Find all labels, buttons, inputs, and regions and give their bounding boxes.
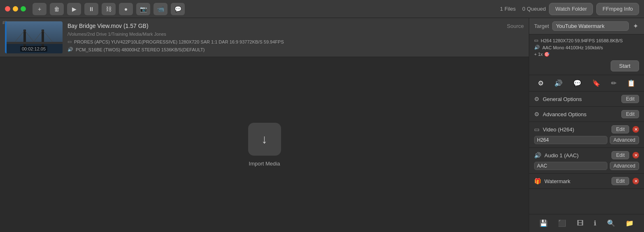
tab-preview[interactable]: 📋: [625, 78, 638, 89]
audio-tab-icon: 🔊: [554, 80, 563, 87]
audio-remove-button[interactable]: ✕: [632, 152, 639, 158]
watch-folder-button[interactable]: Watch Folder: [549, 3, 593, 15]
start-button[interactable]: Start: [611, 60, 639, 71]
videocam-button[interactable]: 📷: [136, 3, 150, 15]
search-icon: 🔍: [607, 220, 615, 227]
drop-icon-box: ↓: [248, 123, 281, 156]
audio-settings-row: 🔊 Audio 1 (AAC) Edit ✕ AAC Advanced: [529, 148, 644, 174]
terminal-button[interactable]: ⬛: [556, 218, 569, 229]
video-edit-button[interactable]: Edit: [611, 125, 629, 133]
file-info: Bay Bridge View.mov (1.57 GB) /Volumes/2…: [67, 23, 502, 52]
tab-audio[interactable]: 🔊: [552, 78, 565, 89]
advanced-options-row: ⚙ Advanced Options Edit: [529, 107, 644, 122]
target-bar: Target YouTube Watermark ✦: [529, 18, 644, 34]
audio-settings-title: Audio 1 (AAC): [544, 152, 608, 158]
watermark-label: Watermark: [544, 178, 608, 184]
svg-rect-8: [5, 42, 63, 44]
add-file-button[interactable]: +: [33, 3, 46, 15]
preview-tab-icon: 📋: [627, 80, 635, 87]
target-settings-button[interactable]: ✦: [632, 21, 639, 31]
video-stream-icon: ▭: [67, 39, 72, 44]
close-button[interactable]: [5, 6, 10, 11]
settings-icon: ✦: [633, 23, 638, 30]
target-audio-stream: 🔊 AAC Mono 44100Hz 160kbit/s: [534, 45, 639, 50]
general-options-edit-button[interactable]: Edit: [621, 95, 639, 103]
tab-filters[interactable]: ✏: [609, 78, 619, 89]
watermark-icon: 🎁: [534, 178, 541, 184]
video-remove-button[interactable]: ✕: [632, 126, 639, 133]
general-options-row: ⚙ General Options Edit: [529, 92, 644, 107]
import-media-label: Import Media: [249, 161, 280, 167]
circle-button[interactable]: ●: [119, 3, 133, 15]
video-settings-row: ▭ Video (H264) Edit ✕ H264 Advanced: [529, 122, 644, 148]
files-count: 1 Files: [500, 6, 516, 12]
file-audio-stream: 🔊 PCM_S16BE (TWOS) 48000HZ STEREO 1536KB…: [67, 47, 502, 52]
remove-file-button[interactable]: 🗑: [50, 3, 64, 15]
svg-rect-2: [23, 30, 26, 48]
general-tab-icon: ⚙: [538, 80, 544, 87]
videocam-icon: 📷: [140, 6, 147, 12]
folder-icon: 📁: [625, 220, 634, 227]
audio-codec-select[interactable]: AAC: [534, 162, 607, 170]
chapters-tab-icon: 🔖: [592, 80, 600, 87]
main-area: #1: [0, 18, 644, 232]
advanced-options-edit-button[interactable]: Edit: [621, 110, 639, 118]
ffmpeg-info-button[interactable]: FFmpeg Info: [596, 3, 639, 15]
audio-settings-icon: 🔊: [534, 152, 541, 158]
general-options-icon: ⚙: [534, 96, 539, 102]
source-label: Source: [507, 21, 524, 29]
camera-icon: 📹: [157, 6, 164, 12]
save-icon: 💾: [539, 220, 548, 227]
target-video-stream: ▭ H264 1280X720 59.94FPS 16588.8KB/S: [534, 38, 639, 43]
toolbar: + 🗑 ▶ ⏸ ⛓ ● 📷 📹 💬 1 Files 0 Queued Watch…: [0, 0, 644, 18]
save-preset-button[interactable]: 💾: [537, 218, 550, 229]
pause-icon: ⏸: [88, 6, 94, 12]
info-icon: ℹ: [594, 220, 596, 227]
search-button[interactable]: 🔍: [604, 218, 618, 229]
link-icon: ⛓: [106, 6, 112, 12]
video-codec-select[interactable]: H264: [534, 136, 607, 144]
trash-icon: 🗑: [54, 6, 60, 12]
file-item[interactable]: #1: [0, 18, 529, 57]
caption-icon: 💬: [174, 6, 181, 12]
video-settings-icon: ▭: [534, 126, 539, 133]
audio-stream-icon: 🔊: [67, 47, 73, 52]
folder-button[interactable]: 📁: [623, 218, 636, 229]
drop-zone[interactable]: ↓ Import Media: [0, 57, 529, 232]
target-preset-select[interactable]: YouTube Watermark: [552, 21, 629, 31]
terminal-icon: ⬛: [558, 220, 566, 227]
captions-tab-icon: 💬: [573, 80, 581, 87]
target-watermark-info: + 1x 🎯: [534, 52, 639, 57]
watermark-edit-button[interactable]: Edit: [611, 177, 629, 185]
right-sidebar: Target YouTube Watermark ✦ ▭ H264 1280X7…: [529, 18, 644, 232]
svg-rect-3: [42, 30, 44, 48]
queue-count: 0 Queued: [522, 6, 546, 12]
tab-captions[interactable]: 💬: [571, 78, 584, 89]
advanced-options-icon: ⚙: [534, 111, 539, 117]
file-path: /Volumes/2nd Drive 1/Training Media/Mark…: [67, 32, 502, 37]
play-icon: ▶: [72, 6, 77, 12]
watermark-row: 🎁 Watermark Edit ✕: [529, 174, 644, 189]
file-title: Bay Bridge View.mov (1.57 GB): [67, 23, 502, 29]
audio-advanced-button[interactable]: Advanced: [610, 162, 639, 170]
tab-chapters[interactable]: 🔖: [590, 78, 603, 89]
video-advanced-button[interactable]: Advanced: [610, 136, 639, 144]
caption-button[interactable]: 💬: [171, 3, 185, 15]
svg-rect-9: [5, 21, 7, 53]
camera-button[interactable]: 📹: [153, 3, 167, 15]
film-icon: 🎞: [577, 220, 584, 227]
film-button[interactable]: 🎞: [574, 218, 586, 229]
link-button[interactable]: ⛓: [102, 3, 116, 15]
filters-tab-icon: ✏: [611, 80, 616, 87]
tab-general[interactable]: ⚙: [535, 78, 546, 89]
play-button[interactable]: ▶: [67, 3, 81, 15]
audio-edit-button[interactable]: Edit: [611, 151, 629, 159]
maximize-button[interactable]: [21, 6, 26, 11]
pause-button[interactable]: ⏸: [84, 3, 98, 15]
minimize-button[interactable]: [13, 6, 18, 11]
circle-icon: ●: [124, 6, 128, 12]
watermark-remove-button[interactable]: ✕: [632, 178, 639, 184]
plus-icon: +: [38, 6, 41, 12]
file-video-stream: ▭ PRORES (APCS) YUV422P10LE(PROGRESSIVE)…: [67, 39, 502, 44]
info-button[interactable]: ℹ: [591, 218, 599, 229]
